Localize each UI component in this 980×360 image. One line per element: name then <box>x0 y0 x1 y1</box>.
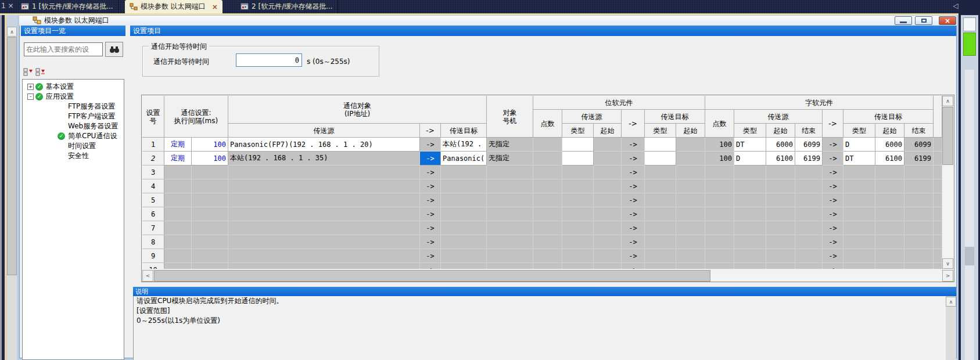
cell-arrow[interactable]: -> <box>420 249 441 263</box>
cell-w_dend[interactable] <box>904 193 934 207</box>
cell-w_dstart[interactable] <box>875 179 904 193</box>
cell-w_sstart[interactable] <box>766 179 795 193</box>
cell-device[interactable] <box>594 207 622 221</box>
cell-no[interactable]: 2 <box>142 152 164 165</box>
cell-period[interactable] <box>164 193 192 207</box>
cell-period[interactable]: 定期 <box>164 152 192 165</box>
cell-arrow[interactable]: -> <box>622 263 645 269</box>
cell-w_points[interactable] <box>705 235 734 249</box>
cell-device[interactable] <box>676 179 705 193</box>
cell-device[interactable] <box>676 193 705 207</box>
cell-device[interactable] <box>934 207 942 221</box>
cell-w_send[interactable] <box>795 235 823 249</box>
cell-device[interactable] <box>594 179 622 193</box>
cell-arrow[interactable]: -> <box>823 221 843 235</box>
cell-arrow[interactable]: -> <box>420 221 441 235</box>
scrollbar-thumb[interactable] <box>942 107 953 165</box>
cell-src[interactable] <box>228 221 420 235</box>
cell-device[interactable] <box>645 179 676 193</box>
cell-src[interactable] <box>228 179 420 193</box>
cell-unit[interactable]: 无指定 <box>487 152 533 165</box>
cell-w_points[interactable]: 100 <box>705 138 734 152</box>
cell-arrow[interactable]: -> <box>420 179 441 193</box>
cell-no[interactable]: 9 <box>142 249 164 263</box>
cell-period[interactable] <box>164 221 192 235</box>
window-titlebar[interactable]: 模块参数 以太网端口 <box>19 16 957 26</box>
cell-w_dtype[interactable]: D <box>843 138 875 152</box>
cell-dst[interactable]: Panasonic( <box>441 152 487 165</box>
cell-w_dtype[interactable]: DT <box>843 152 875 165</box>
cell-interval[interactable] <box>192 235 228 249</box>
cell-unit[interactable] <box>487 249 533 263</box>
cell-w_dstart[interactable] <box>875 263 904 269</box>
cell-unit[interactable] <box>487 235 533 249</box>
cell-w_dtype[interactable] <box>843 249 875 263</box>
scroll-right-icon[interactable]: > <box>942 270 953 282</box>
cell-w_dend[interactable] <box>904 207 934 221</box>
cell-interval[interactable] <box>192 263 228 269</box>
cell-w_points[interactable] <box>705 249 734 263</box>
cell-w_points[interactable] <box>705 179 734 193</box>
cell-unit[interactable] <box>487 165 533 179</box>
cell-arrow[interactable]: -> <box>420 235 441 249</box>
cell-interval[interactable] <box>192 249 228 263</box>
cell-arrow[interactable]: -> <box>622 235 645 249</box>
cell-w_send[interactable] <box>795 207 823 221</box>
cell-device[interactable] <box>533 152 562 165</box>
cell-w_send[interactable] <box>795 193 823 207</box>
search-input[interactable] <box>24 42 103 56</box>
cell-w_dtype[interactable] <box>843 235 875 249</box>
cell-arrow[interactable]: -> <box>420 207 441 221</box>
table-horizontal-scrollbar[interactable]: < > <box>142 270 953 282</box>
cell-dst[interactable] <box>441 235 487 249</box>
cell-unit[interactable] <box>487 193 533 207</box>
minimize-button[interactable] <box>895 16 912 25</box>
cell-w_stype[interactable]: D <box>734 152 766 165</box>
cell-w_dtype[interactable] <box>843 221 875 235</box>
tab-device-buffer-2[interactable]: 2 [软元件/缓冲存储器批... <box>236 0 338 13</box>
cell-w_stype[interactable] <box>734 165 766 179</box>
cell-unit[interactable] <box>487 263 533 269</box>
cell-arrow[interactable]: -> <box>622 152 645 165</box>
cell-no[interactable]: 4 <box>142 179 164 193</box>
cell-w_points[interactable] <box>705 207 734 221</box>
cell-w_dend[interactable]: 6199 <box>904 152 934 165</box>
cell-period[interactable] <box>164 179 192 193</box>
cell-device[interactable] <box>676 207 705 221</box>
cell-w_dtype[interactable] <box>843 165 875 179</box>
cell-arrow[interactable]: -> <box>622 221 645 235</box>
cell-dst[interactable] <box>441 193 487 207</box>
cell-device[interactable] <box>533 165 562 179</box>
cell-device[interactable] <box>934 179 942 193</box>
cell-w_dstart[interactable] <box>875 193 904 207</box>
cell-w_send[interactable] <box>795 263 823 269</box>
cell-device[interactable] <box>645 235 676 249</box>
cell-device[interactable] <box>676 235 705 249</box>
cell-arrow[interactable]: -> <box>622 193 645 207</box>
cell-w_stype[interactable] <box>734 263 766 269</box>
cell-w_dstart[interactable] <box>875 165 904 179</box>
cell-no[interactable]: 7 <box>142 221 164 235</box>
cell-no[interactable]: 5 <box>142 193 164 207</box>
cell-arrow[interactable]: -> <box>823 263 843 269</box>
cell-dst[interactable]: 本站(192 . <box>441 138 487 152</box>
scroll-down-icon[interactable]: ∨ <box>942 258 953 269</box>
cell-src[interactable] <box>228 249 420 263</box>
cell-device[interactable] <box>934 263 942 269</box>
cell-w_dstart[interactable] <box>875 221 904 235</box>
cell-device[interactable] <box>594 165 622 179</box>
cell-period[interactable] <box>164 249 192 263</box>
cell-src[interactable] <box>228 193 420 207</box>
cell-w_stype[interactable] <box>734 249 766 263</box>
cell-w_sstart[interactable] <box>766 235 795 249</box>
cell-device[interactable] <box>645 165 676 179</box>
cell-w_dend[interactable] <box>904 235 934 249</box>
cell-device[interactable] <box>533 207 562 221</box>
tab-device-buffer-1[interactable]: 1 [软元件/缓冲存储器批... <box>16 0 119 13</box>
scroll-up-icon[interactable]: ∧ <box>942 96 953 106</box>
cell-device[interactable] <box>676 249 705 263</box>
cell-device[interactable] <box>645 221 676 235</box>
collapse-tree-icon[interactable] <box>23 67 34 77</box>
cell-w_points[interactable] <box>705 165 734 179</box>
cell-device[interactable] <box>934 235 942 249</box>
